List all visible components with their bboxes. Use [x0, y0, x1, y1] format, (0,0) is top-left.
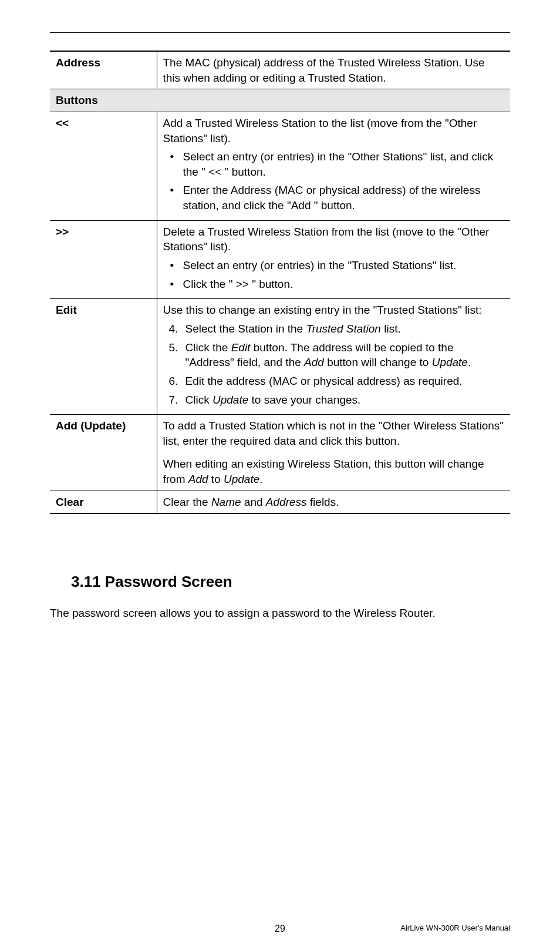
edit-steps: 4.Select the Station in the Trusted Stat… [163, 321, 505, 407]
edit-step-5: 5.Click the Edit button. The address wil… [168, 340, 505, 370]
cell-rshift-desc: Delete a Trusted Wireless Station from t… [157, 220, 510, 299]
lshift-bullets: Select an entry (or entries) in the "Oth… [163, 149, 505, 213]
rshift-bullets: Select an entry (or entries) in the "Tru… [163, 258, 505, 291]
edit-step-6: 6.Edit the address (MAC or physical addr… [168, 374, 505, 389]
cell-edit-label: Edit [50, 299, 157, 415]
t: Click [185, 394, 212, 406]
row-buttons-header: Buttons [50, 89, 510, 112]
page-number: 29 [275, 924, 285, 934]
edit-step-7: 7.Click Update to save your changes. [168, 392, 505, 408]
t: to save your changes. [248, 394, 360, 406]
rshift-bullet-2: Click the " >> " button. [168, 277, 505, 292]
lshift-intro: Add a Trusted Wireless Station to the li… [163, 116, 505, 146]
t: Clear the [163, 496, 211, 508]
lshift-bullet-1: Select an entry (or entries) in the "Oth… [168, 149, 505, 179]
t: Update [212, 394, 248, 406]
add-update-p2: When editing an existing Wireless Statio… [163, 456, 505, 486]
row-edit: Edit Use this to change an existing entr… [50, 299, 510, 415]
footer-right-text: AirLive WN-300R User's Manual [400, 924, 510, 932]
t: Select the Station in the [185, 323, 306, 335]
t: Address [266, 496, 307, 508]
add-update-p1: To add a Trusted Station which is not in… [163, 418, 505, 448]
cell-lshift-desc: Add a Trusted Wireless Station to the li… [157, 112, 510, 220]
edit-step-6-num: 6. [169, 374, 178, 389]
edit-step-7-num: 7. [169, 392, 178, 408]
page-top-rule [50, 32, 510, 33]
section-title: 3.11 Password Screen [71, 573, 510, 591]
cell-address-desc: The MAC (physical) address of the Truste… [157, 51, 510, 89]
edit-step-4-num: 4. [169, 321, 178, 337]
definitions-table: Address The MAC (physical) address of th… [50, 51, 510, 514]
t: Click the [185, 341, 231, 354]
t: Update [432, 356, 468, 368]
t: Update [224, 473, 259, 485]
t: Name [211, 496, 241, 508]
t: button will change to [324, 356, 432, 368]
rshift-intro: Delete a Trusted Wireless Station from t… [163, 224, 505, 254]
cell-add-update-label: Add (Update) [50, 415, 157, 491]
cell-add-update-desc: To add a Trusted Station which is not in… [157, 415, 510, 491]
t: . [259, 473, 262, 485]
cell-address-label: Address [50, 51, 157, 89]
cell-clear-label: Clear [50, 491, 157, 513]
edit-intro: Use this to change an existing entry in … [163, 303, 505, 318]
t: to [208, 473, 224, 485]
t: Edit the address (MAC or physical addres… [185, 375, 463, 387]
t: Trusted Station [306, 323, 380, 335]
section-body: The password screen allows you to assign… [50, 606, 510, 621]
t: Edit [231, 341, 251, 354]
cell-rshift-label: >> [50, 220, 157, 299]
t: and [241, 496, 266, 508]
t: list. [381, 323, 401, 335]
cell-edit-desc: Use this to change an existing entry in … [157, 299, 510, 415]
t: . [468, 356, 471, 368]
row-lshift: << Add a Trusted Wireless Station to the… [50, 112, 510, 220]
edit-step-4: 4.Select the Station in the Trusted Stat… [168, 321, 505, 337]
cell-clear-desc: Clear the Name and Address fields. [157, 491, 510, 513]
rshift-bullet-1: Select an entry (or entries) in the "Tru… [168, 258, 505, 273]
row-rshift: >> Delete a Trusted Wireless Station fro… [50, 220, 510, 299]
t: fields. [307, 496, 339, 508]
lshift-bullet-2: Enter the Address (MAC or physical addre… [168, 183, 505, 213]
cell-lshift-label: << [50, 112, 157, 220]
t: Add [304, 356, 324, 368]
row-address: Address The MAC (physical) address of th… [50, 51, 510, 89]
edit-step-5-num: 5. [169, 340, 178, 355]
row-clear: Clear Clear the Name and Address fields. [50, 491, 510, 513]
row-add-update: Add (Update) To add a Trusted Station wh… [50, 415, 510, 491]
cell-buttons-header: Buttons [50, 89, 510, 112]
t: Add [188, 473, 208, 485]
